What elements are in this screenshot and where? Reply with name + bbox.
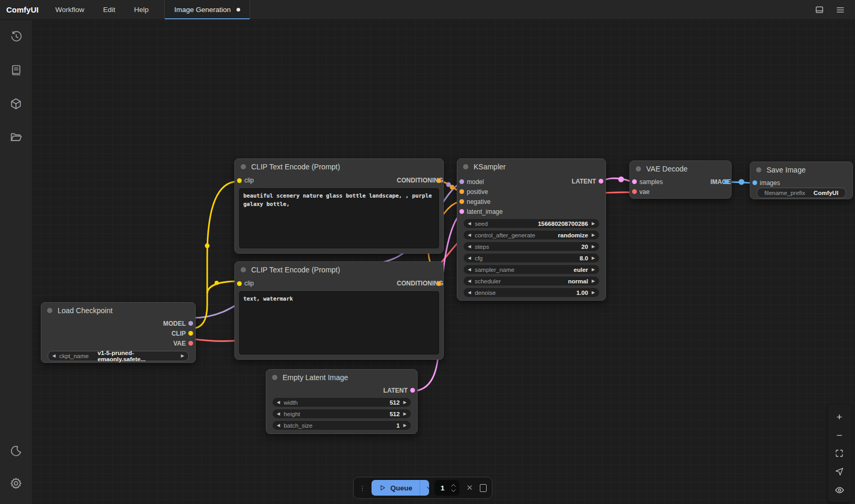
decrement-arrow-icon[interactable]: ◀ <box>468 291 471 295</box>
collapse-dot[interactable] <box>241 164 246 169</box>
input-slot-samples[interactable] <box>632 179 637 184</box>
menu-help[interactable]: Help <box>125 0 158 19</box>
node-canvas[interactable]: Load Checkpoint MODEL CLIP VAE ◀ ckpt_na… <box>32 20 855 504</box>
collapse-dot[interactable] <box>756 167 761 173</box>
widget-ckpt-name[interactable]: ◀ ckpt_name v1-5-pruned-emaonly.safete..… <box>48 351 189 361</box>
pan-mode-icon[interactable] <box>833 465 846 478</box>
increment-arrow-icon[interactable]: ▶ <box>403 423 407 428</box>
toggle-link-visibility-icon[interactable] <box>833 484 846 496</box>
input-slot-latent-image[interactable] <box>459 209 464 214</box>
increment-arrow-icon[interactable]: ▶ <box>592 256 595 260</box>
decrement-arrow-icon[interactable]: ◀ <box>468 222 471 226</box>
link-dot[interactable] <box>450 185 455 190</box>
increment-arrow-icon[interactable]: ▶ <box>403 400 407 405</box>
node-titlebar[interactable]: KSampler <box>457 159 605 175</box>
node-titlebar[interactable]: Load Checkpoint <box>41 303 195 318</box>
collapse-dot[interactable] <box>272 375 277 380</box>
decrement-arrow-icon[interactable]: ◀ <box>277 400 280 405</box>
widget-denoise[interactable]: ◀denoise1.00▶ <box>464 288 599 297</box>
model-library-button[interactable] <box>5 92 28 115</box>
node-titlebar[interactable]: Save Image <box>750 162 852 178</box>
node-titlebar[interactable]: VAE Decode <box>630 161 731 177</box>
input-slot-negative[interactable] <box>459 199 464 204</box>
widget-batch-size[interactable]: ◀batch_size1▶ <box>273 421 411 430</box>
decrement-arrow-icon[interactable]: ◀ <box>277 412 280 416</box>
output-slot-latent[interactable] <box>410 388 415 393</box>
queue-history-button[interactable] <box>5 25 28 48</box>
decrement-arrow-icon[interactable]: ◀ <box>52 354 55 358</box>
queue-options-button[interactable] <box>420 480 429 496</box>
widget-height[interactable]: ◀height512▶ <box>273 409 411 418</box>
batch-count-stepper[interactable]: 1 <box>434 480 459 496</box>
output-slot-image[interactable] <box>724 179 729 184</box>
increment-arrow-icon[interactable]: ▶ <box>592 268 595 272</box>
link-dot[interactable] <box>618 177 624 182</box>
collapse-dot[interactable] <box>47 308 52 313</box>
node-save-image[interactable]: Save Image images filename_prefix ComfyU… <box>750 162 853 199</box>
node-clip-text-encode-positive[interactable]: CLIP Text Encode (Prompt) clip CONDITION… <box>234 158 444 254</box>
tab-image-generation[interactable]: Image Generation <box>165 0 250 19</box>
output-slot-conditioning[interactable] <box>436 281 441 286</box>
output-slot-conditioning[interactable] <box>436 178 441 183</box>
input-slot-images[interactable] <box>752 180 757 185</box>
drag-handle-icon[interactable]: ⋮ <box>359 484 366 492</box>
widget-scheduler[interactable]: ◀schedulernormal▶ <box>464 277 599 285</box>
input-slot-vae[interactable] <box>632 189 637 194</box>
node-library-button[interactable] <box>5 59 28 82</box>
increment-arrow-icon[interactable]: ▶ <box>592 222 595 226</box>
decrement-arrow-icon[interactable]: ◀ <box>468 233 471 237</box>
node-titlebar[interactable]: CLIP Text Encode (Prompt) <box>235 159 443 175</box>
decrement-arrow-icon[interactable]: ◀ <box>468 256 471 260</box>
collapse-dot[interactable] <box>636 166 641 171</box>
stepper-down-icon[interactable] <box>451 489 456 492</box>
node-titlebar[interactable]: CLIP Text Encode (Prompt) <box>235 262 443 278</box>
node-vae-decode[interactable]: VAE Decode samples IMAGE vae <box>629 161 732 199</box>
output-slot-vae[interactable] <box>188 341 193 346</box>
batch-count-value[interactable]: 1 <box>434 484 451 492</box>
fit-view-icon[interactable] <box>833 447 846 460</box>
node-load-checkpoint[interactable]: Load Checkpoint MODEL CLIP VAE ◀ ckpt_na… <box>41 302 196 363</box>
widget-sampler-name[interactable]: ◀sampler_nameeuler▶ <box>464 265 599 274</box>
input-slot-positive[interactable] <box>459 189 464 194</box>
widget-seed[interactable]: ◀seed156680208700286▶ <box>464 219 599 228</box>
clear-queue-icon[interactable]: ✕ <box>465 483 475 492</box>
output-slot-model[interactable] <box>188 321 193 326</box>
node-empty-latent-image[interactable]: Empty Latent Image LATENT ◀width512▶ ◀he… <box>266 369 418 434</box>
node-clip-text-encode-negative[interactable]: CLIP Text Encode (Prompt) clip CONDITION… <box>234 261 444 360</box>
prompt-textarea[interactable]: text, watermark <box>239 291 439 354</box>
queue-button[interactable]: Queue <box>372 480 429 496</box>
link-dot[interactable] <box>215 281 219 285</box>
increment-arrow-icon[interactable]: ▶ <box>592 233 595 237</box>
increment-arrow-icon[interactable]: ▶ <box>592 291 595 295</box>
increment-arrow-icon[interactable]: ▶ <box>181 354 184 358</box>
link-dot[interactable] <box>205 244 210 248</box>
output-slot-clip[interactable] <box>188 331 193 336</box>
link-dot[interactable] <box>739 179 745 185</box>
theme-toggle-button[interactable] <box>5 439 28 462</box>
workflows-button[interactable] <box>5 125 28 148</box>
menu-edit[interactable]: Edit <box>94 0 125 19</box>
increment-arrow-icon[interactable]: ▶ <box>592 245 595 249</box>
menu-workflow[interactable]: Workflow <box>46 0 94 19</box>
widget-steps[interactable]: ◀steps20▶ <box>464 242 599 251</box>
stepper-up-icon[interactable] <box>451 484 456 487</box>
widget-filename-prefix[interactable]: filename_prefix ComfyUI <box>757 188 846 198</box>
decrement-arrow-icon[interactable]: ◀ <box>468 268 471 272</box>
main-menu-button[interactable] <box>834 4 847 16</box>
input-slot-model[interactable] <box>459 179 464 184</box>
prompt-textarea[interactable]: beautiful scenery nature glass bottle la… <box>239 188 439 248</box>
zoom-out-icon[interactable]: − <box>833 429 846 441</box>
collapse-dot[interactable] <box>463 164 468 169</box>
input-slot-clip[interactable] <box>237 178 242 183</box>
widget-width[interactable]: ◀width512▶ <box>273 398 411 407</box>
settings-button[interactable] <box>5 472 28 495</box>
decrement-arrow-icon[interactable]: ◀ <box>468 245 471 249</box>
collapse-dot[interactable] <box>241 267 246 272</box>
decrement-arrow-icon[interactable]: ◀ <box>468 279 471 283</box>
decrement-arrow-icon[interactable]: ◀ <box>277 423 280 428</box>
stop-icon[interactable] <box>480 484 487 492</box>
zoom-in-icon[interactable]: + <box>833 410 846 423</box>
node-titlebar[interactable]: Empty Latent Image <box>266 370 417 385</box>
increment-arrow-icon[interactable]: ▶ <box>592 279 595 283</box>
increment-arrow-icon[interactable]: ▶ <box>403 412 407 416</box>
